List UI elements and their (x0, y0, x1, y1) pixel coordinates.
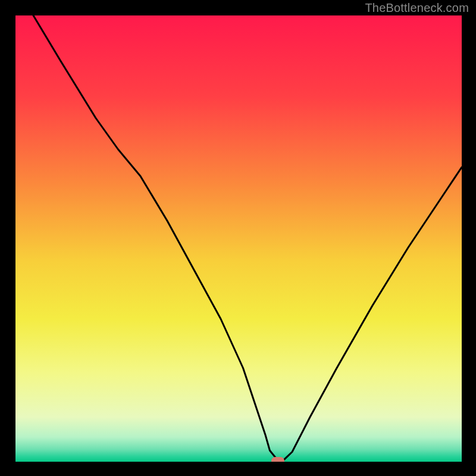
chart-svg (15, 15, 462, 462)
plot-area (15, 15, 462, 462)
gradient-rect (15, 15, 462, 462)
watermark-text: TheBottleneck.com (365, 1, 469, 15)
minimum-marker (271, 457, 284, 462)
chart-frame: TheBottleneck.com (0, 0, 476, 476)
